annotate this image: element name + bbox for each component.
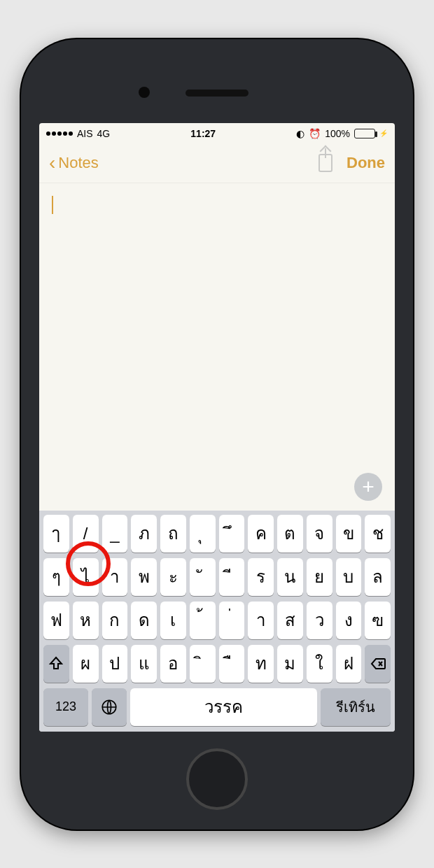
- shift-icon: [48, 655, 64, 672]
- front-camera: [139, 87, 150, 98]
- return-key[interactable]: รีเทิร์น: [321, 688, 391, 726]
- key-row2-5[interactable]: ั: [190, 558, 216, 596]
- plus-icon: +: [362, 476, 374, 497]
- key-row3-10[interactable]: ง: [336, 602, 362, 639]
- note-editor[interactable]: +: [39, 183, 395, 511]
- chevron-left-icon: ‹: [49, 153, 55, 173]
- battery-icon: [354, 129, 375, 138]
- text-cursor: [52, 196, 53, 214]
- back-label: Notes: [58, 154, 98, 172]
- earpiece: [186, 90, 248, 97]
- key-row3-1[interactable]: ห: [73, 602, 99, 639]
- thai-keyboard: ๅ/_ภถุึคตจขช ๆไำพะัีรนยบล ฟหกดเ้่าสวงฃ ผ…: [39, 511, 395, 732]
- key-row3-7[interactable]: า: [248, 602, 274, 639]
- space-key[interactable]: วรรค: [130, 688, 317, 726]
- key-row3-2[interactable]: ก: [102, 602, 128, 639]
- key-row1-1[interactable]: /: [73, 515, 99, 553]
- key-row4-9[interactable]: ฝ: [336, 645, 362, 683]
- key-row4-3[interactable]: อ: [160, 645, 186, 683]
- key-row1-8[interactable]: ต: [277, 515, 303, 553]
- key-row1-3[interactable]: ภ: [131, 515, 157, 553]
- key-row4-8[interactable]: ใ: [307, 645, 332, 683]
- key-row2-3[interactable]: พ: [131, 558, 157, 596]
- key-row2-1[interactable]: ไ: [73, 558, 99, 596]
- key-row2-0[interactable]: ๆ: [43, 558, 69, 596]
- signal-dots-icon: [46, 131, 73, 136]
- key-row2-4[interactable]: ะ: [160, 558, 186, 596]
- key-row3-0[interactable]: ฟ: [43, 602, 69, 639]
- clock: 11:27: [190, 128, 216, 139]
- key-row3-8[interactable]: ส: [277, 602, 303, 639]
- key-row2-8[interactable]: น: [277, 558, 303, 596]
- backspace-key[interactable]: [365, 645, 391, 683]
- key-row4-5[interactable]: ื: [219, 645, 245, 683]
- key-row2-10[interactable]: บ: [336, 558, 362, 596]
- key-row1-5[interactable]: ุ: [190, 515, 216, 553]
- key-row4-4[interactable]: ิ: [190, 645, 216, 683]
- key-row1-9[interactable]: จ: [307, 515, 332, 553]
- alarm-icon: ⏰: [309, 128, 321, 139]
- key-row4-2[interactable]: แ: [131, 645, 157, 683]
- backspace-icon: [370, 655, 386, 672]
- key-row3-11[interactable]: ฃ: [365, 602, 391, 639]
- key-row4-6[interactable]: ท: [248, 645, 274, 683]
- key-row1-7[interactable]: ค: [248, 515, 274, 553]
- home-button[interactable]: [186, 748, 248, 810]
- key-row-2: ๆไำพะัีรนยบล: [42, 558, 392, 596]
- charging-icon: ⚡: [379, 129, 388, 137]
- key-row3-3[interactable]: ด: [131, 602, 157, 639]
- key-row2-2[interactable]: ำ: [102, 558, 128, 596]
- carrier-label: AIS: [77, 128, 93, 139]
- key-row2-7[interactable]: ร: [248, 558, 274, 596]
- key-row3-5[interactable]: ้: [190, 602, 216, 639]
- nav-bar: ‹ Notes Done: [39, 144, 395, 183]
- battery-pct: 100%: [325, 128, 350, 139]
- numbers-key[interactable]: 123: [43, 688, 88, 726]
- key-row-bottom: 123 วรรค รีเทิร์น: [42, 688, 392, 726]
- key-row3-4[interactable]: เ: [160, 602, 186, 639]
- done-button[interactable]: Done: [346, 154, 385, 172]
- key-row2-11[interactable]: ล: [365, 558, 391, 596]
- key-row-1: ๅ/_ภถุึคตจขช: [42, 515, 392, 553]
- key-row1-10[interactable]: ข: [336, 515, 362, 553]
- share-icon[interactable]: [318, 154, 332, 172]
- shift-key[interactable]: [43, 645, 69, 683]
- key-row-3: ฟหกดเ้่าสวงฃ: [42, 602, 392, 639]
- key-row4-7[interactable]: ม: [277, 645, 303, 683]
- key-row2-9[interactable]: ย: [307, 558, 332, 596]
- iphone-frame: AIS 4G 11:27 ◐ ⏰ 100% ⚡ ‹ Notes Done: [21, 39, 413, 830]
- globe-key[interactable]: [92, 688, 127, 726]
- key-row4-0[interactable]: ผ: [73, 645, 99, 683]
- key-row1-4[interactable]: ถ: [160, 515, 186, 553]
- key-row3-6[interactable]: ่: [219, 602, 245, 639]
- add-button[interactable]: +: [354, 473, 382, 501]
- back-button[interactable]: ‹ Notes: [49, 153, 99, 173]
- do-not-disturb-icon: ◐: [296, 128, 304, 139]
- key-row1-0[interactable]: ๅ: [43, 515, 69, 553]
- globe-icon: [100, 698, 118, 716]
- key-row-4: ผปแอิืทมใฝ: [42, 645, 392, 683]
- status-bar: AIS 4G 11:27 ◐ ⏰ 100% ⚡: [39, 123, 395, 144]
- key-row1-6[interactable]: ึ: [219, 515, 245, 553]
- screen: AIS 4G 11:27 ◐ ⏰ 100% ⚡ ‹ Notes Done: [39, 123, 395, 732]
- key-row3-9[interactable]: ว: [307, 602, 332, 639]
- key-row1-11[interactable]: ช: [365, 515, 391, 553]
- key-row1-2[interactable]: _: [102, 515, 128, 553]
- key-row2-6[interactable]: ี: [219, 558, 245, 596]
- network-label: 4G: [97, 128, 111, 139]
- key-row4-1[interactable]: ป: [102, 645, 128, 683]
